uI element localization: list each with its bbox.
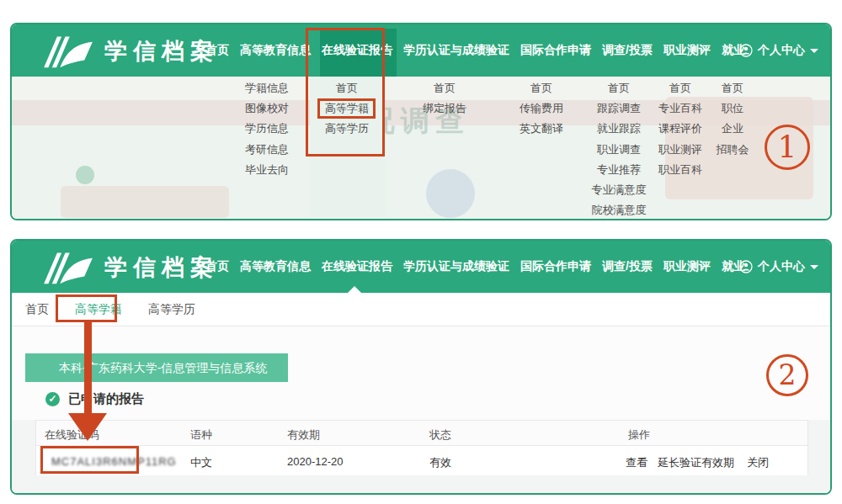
nav-item-survey-vote[interactable]: 调查/投票 [602, 259, 653, 274]
site-header: 学信档案 首页 高等教育信息 在线验证报告 学历认证与成绩验证 国际合作申请 调… [12, 24, 830, 77]
section-title-text: 已申请的报告 [68, 391, 144, 407]
person-icon [739, 44, 753, 57]
brand-logo[interactable]: 学信档案 [42, 250, 219, 285]
background-decoration [61, 186, 229, 218]
menu-item-jobs[interactable]: 职位 [686, 98, 779, 119]
menu-item-employment-home[interactable]: 首页 [686, 78, 779, 98]
highlight-box-higher-student-status-item [317, 98, 376, 119]
background-decoration [76, 166, 94, 184]
menu-item-college-satisfaction[interactable]: 院校满意度 [573, 200, 665, 220]
brand-name: 学信档案 [104, 36, 219, 66]
chsi-logo-icon [42, 34, 94, 69]
highlight-box-online-verification-menu [306, 28, 385, 157]
dropdown-col-credential-verification: 首页 绑定报告 [398, 78, 491, 119]
tab-higher-education[interactable]: 高等学历 [148, 302, 195, 317]
nav-item-higher-education-info[interactable]: 高等教育信息 [240, 259, 311, 274]
nav-item-home[interactable]: 首页 [205, 259, 229, 274]
menu-item-student-status-info[interactable]: 学籍信息 [221, 78, 313, 98]
screenshot-stage: 状况调查 学信档案 首页 高等教育信息 在线验证报告 学历认证与成绩验证 国际合… [0, 0, 842, 504]
reports-table: 在线验证码 语种 有效期 状态 操作 MC7ALI3R6NMP11RG 中文 2… [35, 420, 808, 475]
menu-item-photo-check[interactable]: 图像校对 [221, 98, 313, 119]
sub-nav-tabs: 首页 高等学籍 高等学历 [12, 293, 830, 326]
person-icon [739, 260, 753, 273]
chevron-down-icon [810, 49, 818, 53]
nav-item-online-verification-report[interactable]: 在线验证报告 [322, 259, 392, 274]
chsi-logo-icon [42, 250, 94, 285]
red-arrow-shaft [84, 322, 92, 414]
main-nav: 首页 高等教育信息 在线验证报告 学历认证与成绩验证 国际合作申请 调查/投票 … [205, 24, 745, 77]
nav-item-international-cooperation[interactable]: 国际合作申请 [520, 259, 591, 274]
dropdown-col-higher-education-info: 学籍信息 图像校对 学历信息 考研信息 毕业去向 [221, 78, 313, 180]
status-cell: 有效 [429, 455, 451, 470]
active-nav-notch [348, 286, 361, 293]
step-2-badge: 2 [766, 354, 808, 396]
nav-item-career-assessment[interactable]: 职业测评 [663, 43, 711, 58]
nav-item-home[interactable]: 首页 [205, 43, 229, 58]
nav-item-survey-vote[interactable]: 调查/投票 [602, 43, 653, 58]
highlight-box-higher-student-status-tab [56, 294, 117, 322]
col-header-valid-until: 有效期 [287, 427, 320, 443]
action-view-link[interactable]: 查看 [626, 455, 647, 470]
main-nav: 首页 高等教育信息 在线验证报告 学历认证与成绩验证 国际合作申请 调查/投票 … [205, 241, 745, 293]
menu-item-bind-report[interactable]: 绑定报告 [398, 98, 491, 119]
nav-item-career-assessment[interactable]: 职业测评 [663, 259, 711, 274]
nav-item-international-cooperation[interactable]: 国际合作申请 [520, 43, 591, 58]
menu-item-education-info[interactable]: 学历信息 [221, 119, 313, 139]
nav-item-higher-education-info[interactable]: 高等教育信息 [240, 43, 311, 58]
col-header-language: 语种 [190, 427, 212, 443]
panel-step-1: 状况调查 学信档案 首页 高等教育信息 在线验证报告 学历认证与成绩验证 国际合… [10, 23, 832, 220]
red-arrow-head [68, 413, 107, 441]
step-1-badge: 1 [765, 125, 810, 170]
valid-until-cell: 2020-12-20 [287, 455, 344, 468]
menu-item-career-wiki[interactable]: 职业百科 [634, 160, 727, 180]
user-menu[interactable]: 个人中心 [739, 24, 818, 77]
check-circle-icon: ✓ [45, 392, 60, 406]
menu-item-companies[interactable]: 企业 [686, 119, 779, 139]
menu-item-graduation-destination[interactable]: 毕业去向 [221, 160, 313, 180]
menu-item-credential-home[interactable]: 首页 [398, 78, 491, 98]
nav-item-credential-verification[interactable]: 学历认证与成绩验证 [403, 43, 509, 58]
brand-logo[interactable]: 学信档案 [42, 34, 219, 69]
tab-home[interactable]: 首页 [25, 302, 49, 317]
user-menu-label: 个人中心 [758, 43, 805, 58]
language-cell: 中文 [190, 455, 212, 470]
chevron-down-icon [810, 265, 818, 269]
globe-decoration [426, 169, 475, 218]
action-close-link[interactable]: 关闭 [747, 455, 769, 470]
user-menu[interactable]: 个人中心 [739, 241, 818, 293]
nav-item-credential-verification[interactable]: 学历认证与成绩验证 [403, 259, 509, 274]
section-title: ✓ 已申请的报告 [45, 391, 144, 407]
menu-item-postgrad-exam-info[interactable]: 考研信息 [221, 140, 313, 160]
menu-item-major-satisfaction[interactable]: 专业满意度 [573, 180, 665, 200]
site-header: 学信档案 首页 高等教育信息 在线验证报告 学历认证与成绩验证 国际合作申请 调… [12, 241, 830, 293]
program-banner: 本科-广东药科大学-信息管理与信息系统 [25, 353, 288, 382]
table-header-row: 在线验证码 语种 有效期 状态 操作 [36, 421, 807, 446]
table-row: MC7ALI3R6NMP11RG 中文 2020-12-20 有效 查看 延长验… [36, 446, 807, 475]
col-header-status: 状态 [429, 427, 451, 443]
brand-name: 学信档案 [104, 252, 219, 283]
highlight-box-verification-code [40, 446, 139, 474]
col-header-actions: 操作 [628, 427, 650, 443]
action-extend-validity-link[interactable]: 延长验证有效期 [658, 455, 734, 470]
user-menu-label: 个人中心 [758, 259, 805, 274]
